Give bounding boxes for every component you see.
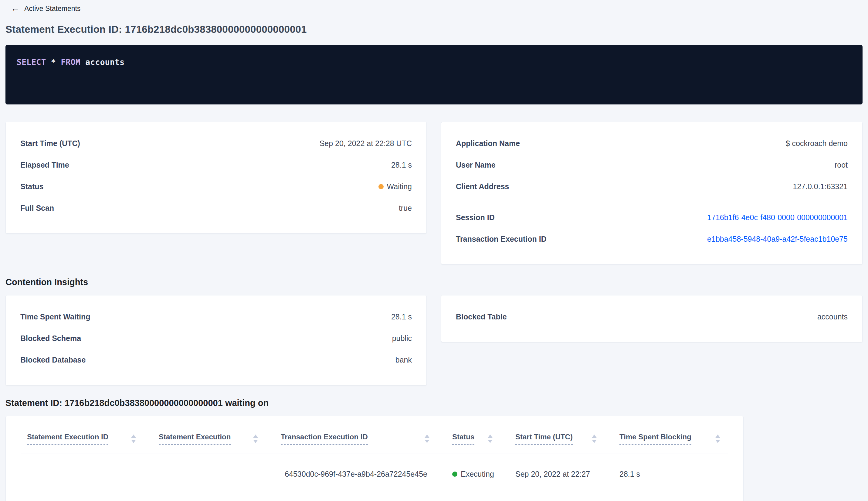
full-scan-value: true	[399, 204, 412, 213]
client-address-value: 127.0.0.1:63321	[793, 182, 848, 191]
start-time-row: Start Time (UTC) Sep 20, 2022 at 22:28 U…	[20, 139, 412, 148]
application-name-row: Application Name $ cockroach demo	[456, 139, 848, 148]
column-header-statement-execution[interactable]: Statement Execution	[153, 433, 275, 445]
column-header-label: Statement Execution	[159, 433, 231, 445]
transaction-execution-id-link[interactable]: e1bba458-5948-40a9-a42f-5feac1b10e75	[707, 235, 848, 244]
executing-status-icon	[452, 471, 457, 477]
session-id-row: Session ID 1716b1f6-4e0c-f480-0000-00000…	[456, 213, 848, 222]
contention-insights-section: Time Spent Waiting 28.1 s Blocked Schema…	[6, 295, 862, 385]
application-name-value: $ cockroach demo	[786, 139, 848, 148]
cell-time-spent-blocking: 28.1 s	[614, 470, 729, 479]
blocked-schema-value: public	[392, 334, 412, 343]
elapsed-time-value: 28.1 s	[391, 161, 412, 169]
active-statement-details-page: ← Active Statements Statement Execution …	[0, 0, 868, 501]
column-header-label: Status	[452, 433, 474, 445]
column-header-label: Start Time (UTC)	[516, 433, 573, 445]
session-id-label: Session ID	[456, 213, 495, 222]
sql-statement-box: SELECT * FROM accounts	[6, 45, 862, 105]
column-header-transaction-execution-id[interactable]: Transaction Execution ID	[275, 433, 446, 445]
sql-table-name: accounts	[85, 58, 124, 67]
client-address-label: Client Address	[456, 182, 509, 191]
transaction-execution-id-row: Transaction Execution ID e1bba458-5948-4…	[456, 235, 848, 244]
user-name-label: User Name	[456, 161, 496, 169]
back-to-active-statements-link[interactable]: ← Active Statements	[6, 2, 862, 14]
user-name-row: User Name root	[456, 161, 848, 169]
column-header-status[interactable]: Status	[446, 433, 509, 445]
sort-icon[interactable]	[425, 435, 430, 443]
page-title: Statement Execution ID: 1716b218dc0b3838…	[6, 24, 862, 35]
back-arrow-icon: ←	[11, 4, 19, 13]
status-label: Status	[20, 182, 43, 191]
sort-icon[interactable]	[592, 435, 597, 443]
blocked-table-card: Blocked Table accounts	[441, 295, 862, 342]
sort-icon[interactable]	[715, 435, 720, 443]
time-spent-waiting-label: Time Spent Waiting	[20, 312, 90, 321]
waiting-on-heading: Statement ID: 1716b218dc0b38380000000000…	[6, 398, 862, 408]
waiting-on-table: Statement Execution ID Statement Executi…	[6, 416, 744, 501]
transaction-execution-id-label: Transaction Execution ID	[456, 235, 546, 244]
blocked-table-label: Blocked Table	[456, 312, 507, 321]
elapsed-time-label: Elapsed Time	[20, 161, 69, 169]
sort-icon[interactable]	[488, 435, 492, 443]
blocked-table-row: Blocked Table accounts	[456, 312, 848, 321]
full-scan-label: Full Scan	[20, 204, 54, 213]
contention-waiting-card: Time Spent Waiting 28.1 s Blocked Schema…	[6, 295, 427, 385]
column-header-label: Statement Execution ID	[27, 433, 108, 445]
status-row: Status Waiting	[20, 182, 412, 191]
start-time-label: Start Time (UTC)	[20, 139, 80, 148]
sql-from-keyword: FROM	[61, 58, 80, 67]
application-name-label: Application Name	[456, 139, 520, 148]
column-header-label: Time Spent Blocking	[619, 433, 691, 445]
sql-star: *	[51, 58, 56, 67]
cell-transaction-execution-id: 64530d0c-969f-437e-a9b4-26a72245e45e	[275, 470, 446, 479]
blocked-database-value: bank	[395, 355, 412, 364]
blocked-schema-row: Blocked Schema public	[20, 334, 412, 343]
execution-summary-card: Start Time (UTC) Sep 20, 2022 at 22:28 U…	[6, 122, 427, 234]
cell-start-time: Sep 20, 2022 at 22:27	[509, 470, 614, 479]
cell-status: Executing	[446, 470, 509, 479]
start-time-value: Sep 20, 2022 at 22:28 UTC	[319, 139, 412, 148]
sort-icon[interactable]	[131, 435, 136, 443]
column-header-time-spent-blocking[interactable]: Time Spent Blocking	[614, 433, 729, 445]
time-spent-waiting-value: 28.1 s	[391, 312, 412, 321]
user-name-value: root	[835, 161, 848, 169]
back-link-label: Active Statements	[24, 4, 80, 13]
sort-icon[interactable]	[253, 435, 258, 443]
status-text: Waiting	[387, 182, 412, 191]
column-header-start-time[interactable]: Start Time (UTC)	[509, 433, 614, 445]
blocked-database-row: Blocked Database bank	[20, 355, 412, 364]
waiting-status-icon	[378, 184, 384, 189]
blocked-database-label: Blocked Database	[20, 355, 86, 364]
session-details-card: Application Name $ cockroach demo User N…	[441, 122, 862, 265]
blocked-table-value: accounts	[817, 312, 848, 321]
waiting-on-table-header: Statement Execution ID Statement Executi…	[21, 424, 728, 454]
elapsed-time-row: Elapsed Time 28.1 s	[20, 161, 412, 169]
cell-status-text: Executing	[461, 470, 494, 479]
status-value: Waiting	[378, 182, 412, 191]
contention-insights-heading: Contention Insights	[6, 277, 862, 287]
time-spent-waiting-row: Time Spent Waiting 28.1 s	[20, 312, 412, 321]
execution-details-section: Start Time (UTC) Sep 20, 2022 at 22:28 U…	[6, 122, 862, 265]
session-id-link[interactable]: 1716b1f6-4e0c-f480-0000-000000000001	[707, 213, 848, 222]
sql-statement-text: SELECT * FROM accounts	[17, 58, 124, 67]
table-row: 64530d0c-969f-437e-a9b4-26a72245e45e Exe…	[21, 454, 728, 494]
card-divider	[456, 204, 848, 204]
sql-select-keyword: SELECT	[17, 58, 46, 67]
column-header-label: Transaction Execution ID	[281, 433, 368, 445]
blocked-schema-label: Blocked Schema	[20, 334, 81, 343]
column-header-statement-execution-id[interactable]: Statement Execution ID	[21, 433, 153, 445]
client-address-row: Client Address 127.0.0.1:63321	[456, 182, 848, 191]
full-scan-row: Full Scan true	[20, 204, 412, 213]
